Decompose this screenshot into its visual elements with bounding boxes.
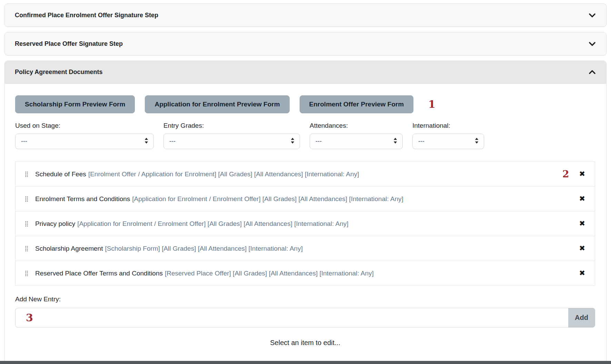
document-tags: [Reserved Place Offer] [All Grades] [All… [165,270,374,277]
document-text: Scholarship Agreement[Scholarship Form] … [35,245,303,252]
document-row-reserved-place-terms[interactable]: Reserved Place Offer Terms and Condition… [15,261,595,286]
annotation-marker-1: 1 [428,99,435,110]
document-tags: [Enrolment Offer / Application for Enrol… [88,170,359,178]
selected-value: --- [21,138,27,145]
drag-handle-icon[interactable] [25,270,28,277]
attendances-select[interactable]: --- [310,134,403,149]
document-row-privacy-policy[interactable]: Privacy policy[Application for Enrolment… [15,211,595,236]
filters-row: Used on Stage: --- Entry Grades: --- [15,122,595,149]
page: Confirmed Place Enrolment Offer Signatur… [0,0,611,364]
filter-used-on-stage: Used on Stage: --- [15,122,154,149]
application-for-enrolment-preview-button[interactable]: Application for Enrolment Preview Form [145,95,289,113]
document-text: Privacy policy[Application for Enrolment… [35,220,349,228]
delete-icon[interactable]: ✖ [578,269,586,278]
document-tags: [Application for Enrolment / Enrolment O… [132,195,403,202]
selected-value: --- [315,138,322,145]
entry-grades-label: Entry Grades: [163,122,300,129]
document-tags: [Scholarship Form] [All Grades] [All Att… [105,245,302,252]
document-title: Schedule of Fees [35,170,86,178]
annotation-marker-2: 2 [562,169,569,179]
drag-handle-icon[interactable] [25,246,28,252]
accordion-confirmed-place-step: Confirmed Place Enrolment Offer Signatur… [4,3,607,27]
document-title: Reserved Place Offer Terms and Condition… [35,270,163,277]
select-item-hint: Select an item to edit... [15,339,595,347]
used-on-stage-select[interactable]: --- [15,134,154,149]
policy-documents-body: Scholarship Form Preview Form Applicatio… [5,95,606,347]
filter-international: International: --- [412,122,484,149]
international-label: International: [412,122,484,129]
accordion-header-reserved-place-step[interactable]: Reserved Place Offer Signature Step [5,32,606,55]
select-updown-icon [144,138,148,145]
document-text: Enrolment Terms and Conditions[Applicati… [35,195,403,203]
document-row-scholarship-agreement[interactable]: Scholarship Agreement[Scholarship Form] … [15,236,595,261]
accordion-reserved-place-step: Reserved Place Offer Signature Step [4,32,607,55]
accordion-header-confirmed-place-step[interactable]: Confirmed Place Enrolment Offer Signatur… [5,4,606,27]
document-text: Schedule of Fees[Enrolment Offer / Appli… [35,170,359,178]
chevron-down-icon [589,40,596,48]
add-button[interactable]: Add [568,308,595,327]
preview-buttons-row: Scholarship Form Preview Form Applicatio… [15,95,595,113]
bottom-bar [0,361,611,364]
document-row-schedule-of-fees[interactable]: Schedule of Fees[Enrolment Offer / Appli… [15,162,595,187]
delete-icon[interactable]: ✖ [578,195,586,203]
document-row-enrolment-terms[interactable]: Enrolment Terms and Conditions[Applicati… [15,186,595,211]
accordion-title: Confirmed Place Enrolment Offer Signatur… [15,12,158,19]
drag-handle-icon[interactable] [25,171,28,177]
document-tags: [Application for Enrolment / Enrolment O… [77,220,348,227]
selected-value: --- [169,138,176,145]
add-new-entry-label: Add New Entry: [15,295,595,303]
add-entry-group: 3 Add [15,308,595,327]
chevron-up-icon [589,69,596,76]
enrolment-offer-preview-button[interactable]: Enrolment Offer Preview Form [300,95,414,113]
document-title: Enrolment Terms and Conditions [35,195,130,202]
accordion-policy-agreement-documents: Policy Agreement Documents Scholarship F… [4,61,607,364]
accordion-title: Reserved Place Offer Signature Step [15,40,123,48]
delete-icon[interactable]: ✖ [578,170,586,178]
used-on-stage-label: Used on Stage: [15,122,154,129]
document-title: Scholarship Agreement [35,245,103,252]
filter-attendances: Attendances: --- [310,122,403,149]
drag-handle-icon[interactable] [25,196,28,202]
add-entry-input[interactable] [15,308,568,327]
policy-document-list: Schedule of Fees[Enrolment Offer / Appli… [15,162,595,286]
select-updown-icon [393,138,397,145]
drag-handle-icon[interactable] [25,221,28,227]
attendances-label: Attendances: [310,122,403,129]
select-updown-icon [291,138,294,145]
international-select[interactable]: --- [412,134,484,149]
document-title: Privacy policy [35,220,75,227]
accordion-header-policy-agreement-documents[interactable]: Policy Agreement Documents [5,61,606,84]
chevron-down-icon [589,12,596,19]
accordion-title: Policy Agreement Documents [15,69,102,76]
selected-value: --- [418,138,424,145]
delete-icon[interactable]: ✖ [578,219,586,228]
delete-icon[interactable]: ✖ [578,244,586,253]
scholarship-form-preview-button[interactable]: Scholarship Form Preview Form [15,95,135,113]
filter-entry-grades: Entry Grades: --- [163,122,300,149]
document-text: Reserved Place Offer Terms and Condition… [35,270,374,277]
entry-grades-select[interactable]: --- [163,134,300,149]
select-updown-icon [475,138,479,145]
